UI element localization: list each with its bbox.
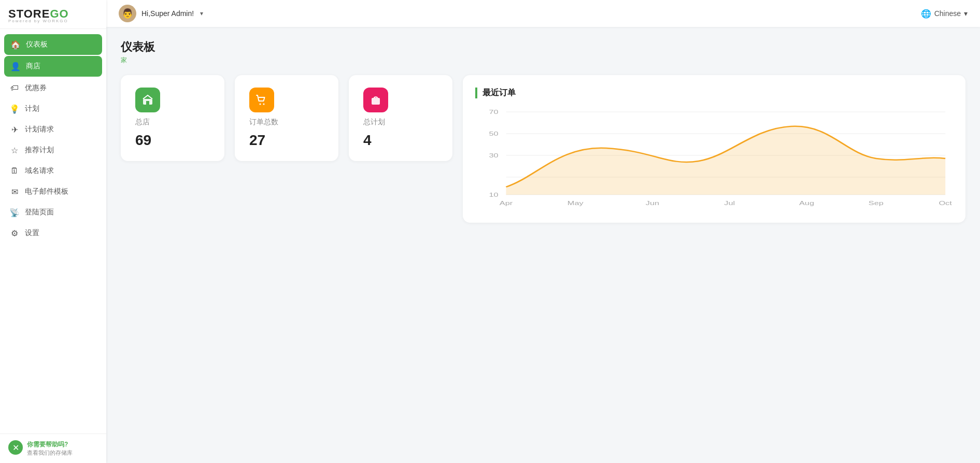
sidebar-item-label: 域名请求	[25, 166, 54, 176]
sidebar-item-email-template[interactable]: ✉ 电子邮件模板	[0, 181, 106, 202]
sidebar-item-login-page[interactable]: 📡 登陆页面	[0, 202, 106, 223]
home-icon: 🏠	[10, 39, 21, 50]
svg-text:70: 70	[489, 109, 498, 115]
svg-text:Jul: Jul	[724, 200, 735, 207]
sidebar-item-label: 仪表板	[26, 40, 48, 49]
chart-area: 70 50 30 10 Apr May Jun Jul Aug	[475, 107, 953, 210]
store-icon	[135, 88, 160, 112]
stat-label-plans: 总计划	[363, 118, 438, 127]
stat-card-total-orders: 订单总数 27	[235, 75, 338, 161]
user-icon: 👤	[10, 61, 21, 71]
sidebar-item-dashboard[interactable]: 🏠 仪表板	[4, 34, 102, 55]
send-icon: ✈	[9, 124, 20, 135]
cart-icon	[249, 88, 274, 112]
logo: STOREGO Powered by WORKGO	[0, 0, 106, 29]
user-dropdown-caret[interactable]: ▾	[200, 10, 203, 17]
help-title: 你需要帮助吗?	[27, 440, 73, 449]
topbar-left: 👨 Hi,Super Admin! ▾	[119, 5, 203, 22]
sidebar-item-domain-request[interactable]: 🗓 域名请求	[0, 161, 106, 181]
svg-rect-4	[372, 98, 380, 105]
sidebar-item-shop[interactable]: 👤 商店	[4, 56, 102, 77]
avatar: 👨	[119, 5, 136, 22]
svg-text:Aug: Aug	[799, 200, 814, 207]
bag-icon	[363, 88, 388, 112]
tag-icon: 🏷	[9, 83, 20, 93]
help-section: ✕ 你需要帮助吗? 查看我们的存储库	[0, 433, 106, 463]
language-caret: ▾	[964, 9, 968, 18]
sidebar-item-recommended-plan[interactable]: ☆ 推荐计划	[0, 140, 106, 161]
star-icon: ☆	[9, 145, 20, 155]
topbar: 👨 Hi,Super Admin! ▾ 🌐 Chinese ▾	[106, 0, 980, 27]
page-title: 仪表板	[121, 39, 965, 55]
sidebar-item-label: 计划	[25, 104, 39, 113]
svg-point-2	[260, 104, 261, 105]
lightbulb-icon: 💡	[9, 104, 20, 114]
sidebar-nav: 🏠 仪表板 👤 商店 🏷 优惠券 💡 计划 ✈ 计划请求 ☆ 推荐计划	[0, 29, 106, 433]
globe-icon: 🌐	[921, 9, 931, 19]
topbar-greeting: Hi,Super Admin!	[141, 9, 194, 18]
page-content: 仪表板 家 总店 69	[106, 27, 980, 463]
svg-text:Jun: Jun	[646, 200, 659, 207]
sidebar-item-label: 推荐计划	[25, 146, 54, 155]
help-close-icon[interactable]: ✕	[8, 440, 23, 455]
sidebar-item-label: 登陆页面	[25, 208, 54, 217]
sidebar-item-coupon[interactable]: 🏷 优惠券	[0, 78, 106, 98]
svg-text:10: 10	[489, 192, 498, 198]
sidebar-item-label: 电子邮件模板	[25, 187, 68, 196]
svg-text:Oct: Oct	[939, 200, 952, 207]
svg-text:Sep: Sep	[869, 200, 884, 207]
stat-label-store: 总店	[135, 118, 210, 127]
sidebar-item-plan[interactable]: 💡 计划	[0, 98, 106, 119]
stat-value-store: 69	[135, 132, 210, 149]
stat-label-orders: 订单总数	[249, 118, 324, 127]
sidebar-item-plan-request[interactable]: ✈ 计划请求	[0, 119, 106, 140]
stat-value-plans: 4	[363, 132, 438, 149]
svg-text:May: May	[567, 200, 584, 207]
sidebar-item-label: 商店	[26, 62, 40, 71]
svg-point-3	[263, 104, 265, 105]
main-area: 👨 Hi,Super Admin! ▾ 🌐 Chinese ▾ 仪表板 家	[106, 0, 980, 463]
breadcrumb: 家	[121, 56, 965, 65]
sidebar: STOREGO Powered by WORKGO 🏠 仪表板 👤 商店 🏷 优…	[0, 0, 106, 463]
stat-card-total-store: 总店 69	[121, 75, 224, 161]
sidebar-item-settings[interactable]: ⚙ 设置	[0, 223, 106, 243]
email-icon: ✉	[9, 186, 20, 197]
wifi-icon: 📡	[9, 207, 20, 218]
gear-icon: ⚙	[9, 228, 20, 238]
sidebar-item-label: 设置	[25, 228, 39, 238]
stat-card-total-plans: 总计划 4	[349, 75, 452, 161]
language-selector[interactable]: 🌐 Chinese ▾	[921, 9, 968, 19]
language-label: Chinese	[934, 9, 961, 18]
logo-powered: Powered by WORKGO	[8, 19, 98, 23]
chart-card: 最近订单 70 50 30 10	[463, 75, 965, 223]
help-subtitle: 查看我们的存储库	[27, 449, 73, 457]
svg-text:30: 30	[489, 152, 498, 159]
calendar-icon: 🗓	[9, 166, 20, 176]
sidebar-item-label: 优惠券	[25, 83, 47, 93]
svg-rect-1	[146, 101, 149, 105]
svg-text:Apr: Apr	[500, 200, 513, 207]
sidebar-item-label: 计划请求	[25, 125, 54, 134]
chart-title: 最近订单	[475, 88, 953, 98]
stat-value-orders: 27	[249, 132, 324, 149]
svg-text:50: 50	[489, 131, 498, 137]
